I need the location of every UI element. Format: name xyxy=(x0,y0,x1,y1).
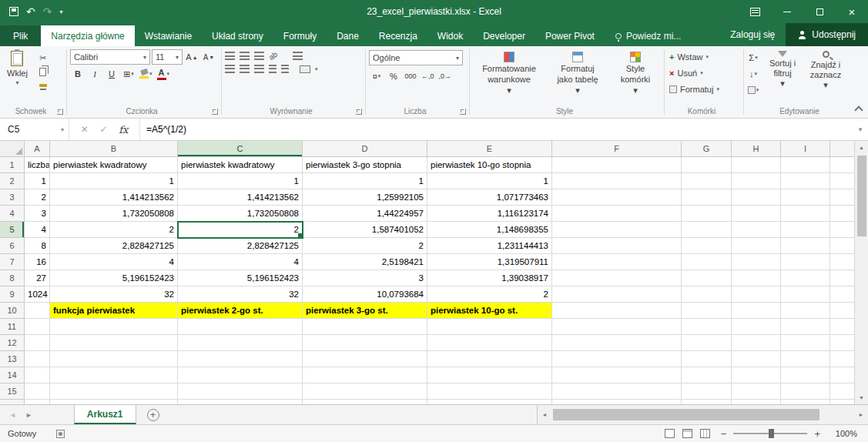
cell-C8[interactable]: 5,196152423 xyxy=(178,270,303,286)
share-button[interactable]: Udostępnij xyxy=(786,23,868,46)
dialog-launcher-icon[interactable] xyxy=(57,109,63,115)
cell-I7[interactable] xyxy=(781,254,830,270)
cell-I8[interactable] xyxy=(781,270,830,286)
column-header-H[interactable]: H xyxy=(732,141,781,157)
vertical-scrollbar[interactable]: ▲ ▼ xyxy=(854,141,868,404)
cell-A3[interactable]: 2 xyxy=(25,189,50,206)
cell-C9[interactable]: 32 xyxy=(178,286,303,303)
cell-B6[interactable]: 2,828427125 xyxy=(50,238,178,254)
cell-C4[interactable]: 1,732050808 xyxy=(178,206,303,222)
horizontal-scroll-thumb[interactable] xyxy=(553,409,819,420)
cell-E8[interactable]: 1,39038917 xyxy=(427,270,552,286)
cell-G8[interactable] xyxy=(682,270,732,286)
row-header-9[interactable]: 9 xyxy=(0,286,25,303)
autosum-button[interactable]: Σ▾ xyxy=(746,50,761,65)
cell-D14[interactable] xyxy=(303,367,427,383)
cell-G4[interactable] xyxy=(682,206,732,222)
select-all-button[interactable] xyxy=(0,141,25,157)
format-cells-button[interactable]: Formatuj ▾ xyxy=(666,81,742,97)
cell-H1[interactable] xyxy=(732,157,781,173)
cell-E2[interactable]: 1 xyxy=(427,173,552,189)
cell-B12[interactable] xyxy=(50,335,178,351)
cell-H6[interactable] xyxy=(732,238,781,254)
cell-E6[interactable]: 1,231144413 xyxy=(427,238,552,254)
cell-I14[interactable] xyxy=(781,367,830,383)
cell-H10[interactable] xyxy=(732,303,781,319)
cell-C12[interactable] xyxy=(178,335,303,351)
cell-F3[interactable] xyxy=(552,189,682,206)
row-header-6[interactable]: 6 xyxy=(0,238,25,254)
format-as-table-button[interactable]: Formatuj jako tabelę ▾ xyxy=(546,49,609,95)
cell-A10[interactable] xyxy=(25,303,50,319)
cell-E11[interactable] xyxy=(427,319,552,335)
cell-E5[interactable]: 1,148698355 xyxy=(427,222,552,238)
increase-indent-icon[interactable] xyxy=(281,65,289,73)
expand-formula-bar-icon[interactable]: ▾ xyxy=(853,119,868,140)
cell-B2[interactable]: 1 xyxy=(50,173,178,189)
cell-I2[interactable] xyxy=(781,173,830,189)
cell-E9[interactable]: 2 xyxy=(427,286,552,303)
cell-C14[interactable] xyxy=(178,367,303,383)
ribbon-tab-widok[interactable]: Widok xyxy=(427,25,473,46)
column-header-I[interactable]: I xyxy=(781,141,830,157)
cell-E3[interactable]: 1,071773463 xyxy=(427,189,552,206)
sort-filter-button[interactable]: Sortuj i filtruj ▾ xyxy=(761,49,804,98)
ribbon-tab-power-pivot[interactable]: Power Pivot xyxy=(535,25,605,46)
scroll-up-icon[interactable]: ▲ xyxy=(855,141,868,154)
column-header-B[interactable]: B xyxy=(50,141,178,157)
cell-F4[interactable] xyxy=(552,206,682,222)
cell-F2[interactable] xyxy=(552,173,682,189)
cell-B4[interactable]: 1,732050808 xyxy=(50,206,178,222)
cell-E14[interactable] xyxy=(427,367,552,383)
cell-C1[interactable]: pierwiastek kwadratowy xyxy=(178,157,303,173)
scroll-left-icon[interactable]: ◄ xyxy=(538,405,551,424)
insert-function-button[interactable]: fx xyxy=(119,124,128,136)
cell-F1[interactable] xyxy=(552,157,682,173)
cell-C10[interactable]: pierwiastek 2-go st. xyxy=(178,303,303,319)
cell-B8[interactable]: 5,196152423 xyxy=(50,270,178,286)
cell-D9[interactable]: 10,0793684 xyxy=(303,286,427,303)
row-header-5[interactable]: 5 xyxy=(0,222,25,238)
decrease-indent-icon[interactable] xyxy=(269,65,276,73)
increase-decimal-button[interactable]: ←,0 xyxy=(420,69,436,84)
comma-style-button[interactable]: 000 xyxy=(403,69,418,84)
dialog-launcher-icon[interactable] xyxy=(212,109,218,115)
cell-H3[interactable] xyxy=(732,189,781,206)
cell-F8[interactable] xyxy=(552,270,682,286)
scroll-down-icon[interactable]: ▼ xyxy=(855,391,868,404)
row-header-1[interactable]: 1 xyxy=(0,157,25,173)
cell-D2[interactable]: 1 xyxy=(303,173,427,189)
percent-style-button[interactable]: % xyxy=(386,69,401,84)
cell-E13[interactable] xyxy=(427,351,552,367)
cell-H2[interactable] xyxy=(732,173,781,189)
ribbon-tab-recenzja[interactable]: Recenzja xyxy=(369,25,427,46)
cell-I3[interactable] xyxy=(781,189,830,206)
conditional-formatting-button[interactable]: Formatowanie warunkowe ▾ xyxy=(472,49,546,95)
cell-G13[interactable] xyxy=(682,351,732,367)
ribbon-tab-developer[interactable]: Developer xyxy=(473,25,535,46)
cell-F7[interactable] xyxy=(552,254,682,270)
cell-I10[interactable] xyxy=(781,303,830,319)
cell-A2[interactable]: 1 xyxy=(25,173,50,189)
save-icon[interactable] xyxy=(9,7,18,16)
minimize-button[interactable] xyxy=(771,0,803,23)
cell-I15[interactable] xyxy=(781,383,830,400)
ribbon-tab-plik[interactable]: Plik xyxy=(0,25,41,46)
align-middle-icon[interactable] xyxy=(240,52,250,60)
cell-E7[interactable]: 1,319507911 xyxy=(427,254,552,270)
cell-H4[interactable] xyxy=(732,206,781,222)
cell-A13[interactable] xyxy=(25,351,50,367)
sheet-tab-arkusz1[interactable]: Arkusz1 xyxy=(74,405,136,424)
cell-H15[interactable] xyxy=(732,383,781,400)
row-header-11[interactable]: 11 xyxy=(0,319,25,335)
page-break-view-icon[interactable] xyxy=(700,429,710,438)
cell-G6[interactable] xyxy=(682,238,732,254)
cell-E15[interactable] xyxy=(427,383,552,400)
align-center-icon[interactable] xyxy=(240,65,250,73)
cut-button[interactable]: ✂ xyxy=(35,52,52,64)
column-header-F[interactable]: F xyxy=(552,141,682,157)
cell-B14[interactable] xyxy=(50,367,178,383)
cell-G5[interactable] xyxy=(682,222,732,238)
cell-A15[interactable] xyxy=(25,383,50,400)
cell-D7[interactable]: 2,5198421 xyxy=(303,254,427,270)
